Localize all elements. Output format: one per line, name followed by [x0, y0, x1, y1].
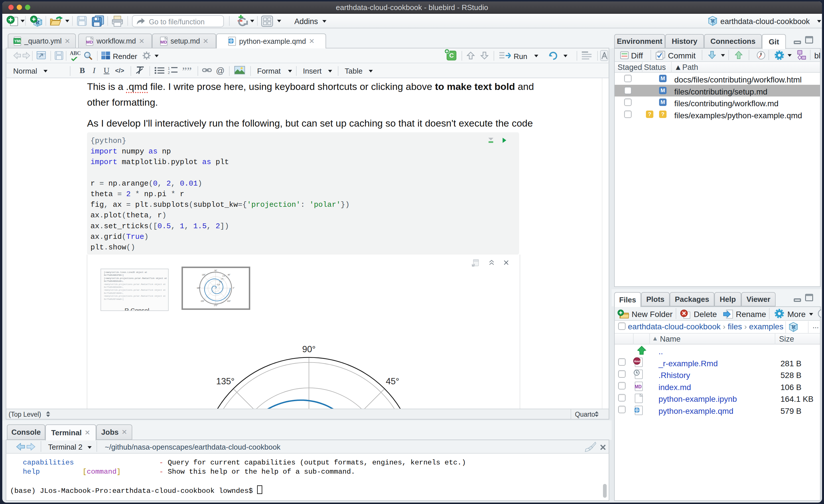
svg-text:225°: 225°: [201, 300, 205, 302]
svg-text:0.5: 0.5: [217, 284, 220, 286]
svg-text:2.0: 2.0: [222, 275, 225, 277]
svg-text:YML: YML: [14, 39, 21, 43]
svg-text:135°: 135°: [216, 376, 234, 386]
svg-text:0°: 0°: [233, 287, 235, 289]
svg-text:MD: MD: [635, 384, 642, 389]
svg-text:2: 2: [168, 71, 170, 74]
svg-text:1.5: 1.5: [221, 278, 223, 280]
svg-text:45°: 45°: [386, 376, 399, 386]
svg-text:R: R: [711, 18, 715, 24]
svg-text:135°: 135°: [202, 274, 206, 276]
svg-text:270°: 270°: [214, 304, 218, 306]
svg-text:180°: 180°: [197, 287, 201, 289]
svg-text:MD: MD: [86, 39, 93, 44]
svg-text:315°: 315°: [227, 300, 231, 302]
svg-text:1: 1: [168, 67, 170, 71]
svg-text:R: R: [792, 324, 796, 330]
svg-text:90°: 90°: [302, 344, 316, 354]
svg-text:90°: 90°: [214, 270, 217, 272]
svg-text:Rmd: Rmd: [634, 360, 640, 363]
svg-text:45°: 45°: [228, 274, 230, 276]
svg-text:MD: MD: [160, 39, 167, 44]
svg-text:1.0: 1.0: [219, 281, 222, 283]
